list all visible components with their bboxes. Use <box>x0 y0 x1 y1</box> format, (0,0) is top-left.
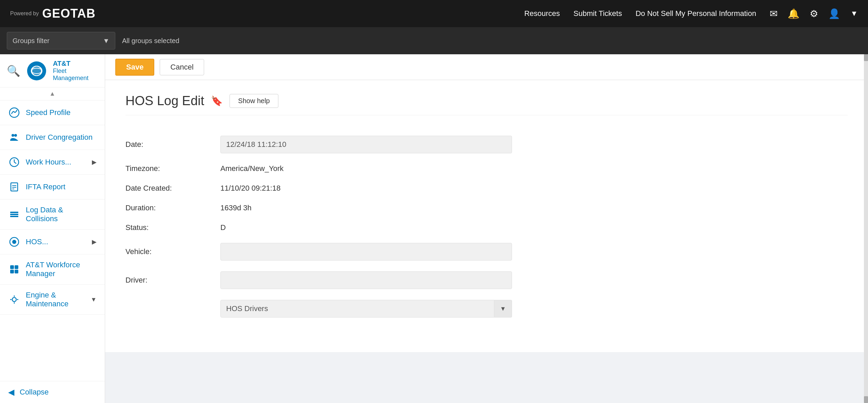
hos-drivers-dropdown-arrow[interactable]: ▼ <box>494 300 512 318</box>
engine-maintenance-arrow: ▼ <box>91 296 97 303</box>
date-created-label: Date Created: <box>125 184 220 193</box>
engine-maintenance-icon <box>8 293 20 306</box>
content-area: Save Cancel HOS Log Edit 🔖 Show help Dat… <box>105 54 868 403</box>
sidebar-item-work-hours[interactable]: Work Hours... ▶ <box>0 150 105 175</box>
right-scrollbar[interactable] <box>864 54 868 403</box>
form-title-row: HOS Log Edit 🔖 Show help <box>125 94 848 115</box>
logo-area: Powered by GEOTAB <box>10 6 96 21</box>
bookmark-icon[interactable]: 🔖 <box>211 95 223 107</box>
user-dropdown-arrow[interactable]: ▼ <box>850 9 858 18</box>
work-hours-arrow: ▶ <box>92 158 97 166</box>
form-row-driver: Driver: <box>125 271 848 289</box>
sidebar-item-speed-profile[interactable]: Speed Profile <box>0 100 105 125</box>
sidebar-item-hos[interactable]: HOS... ▶ <box>0 230 105 254</box>
svg-rect-14 <box>10 212 18 213</box>
svg-rect-21 <box>10 270 14 273</box>
date-created-value: 11/10/20 09:21:18 <box>220 184 280 193</box>
sidebar-item-ifta-report[interactable]: IFTA Report <box>0 175 105 199</box>
user-icon[interactable]: 👤 <box>828 8 840 19</box>
toolbar: Save Cancel <box>105 54 868 80</box>
date-input[interactable] <box>220 136 512 153</box>
form-row-status: Status: D <box>125 223 848 232</box>
vehicle-label: Vehicle: <box>125 247 220 256</box>
att-logo-svg <box>31 65 43 77</box>
top-nav-right: Resources Submit Tickets Do Not Sell My … <box>524 8 858 19</box>
geotab-logo: GEOTAB <box>42 6 96 21</box>
collapse-icon: ◀ <box>8 387 14 397</box>
speed-profile-icon <box>8 107 20 119</box>
form-row-date-created: Date Created: 11/10/20 09:21:18 <box>125 184 848 193</box>
work-hours-icon <box>8 156 20 168</box>
form-area: HOS Log Edit 🔖 Show help Date: Timezone:… <box>105 80 868 352</box>
form-row-duration: Duration: 1639d 3h <box>125 204 848 212</box>
resources-link[interactable]: Resources <box>524 9 560 18</box>
sidebar-item-log-data-collisions[interactable]: Log Data & Collisions <box>0 199 105 230</box>
sidebar-search-icon[interactable]: 🔍 <box>7 64 20 77</box>
att-logo-circle <box>27 61 46 80</box>
scroll-thumb-top <box>864 54 868 61</box>
submit-tickets-link[interactable]: Submit Tickets <box>573 9 622 18</box>
sidebar-item-label-att-workforce: AT&T Workforce Manager <box>26 261 97 278</box>
driver-input[interactable] <box>220 271 512 289</box>
svg-point-5 <box>12 134 14 137</box>
sidebar-item-label-driver-congregation: Driver Congregation <box>26 133 97 142</box>
svg-point-6 <box>14 134 17 137</box>
driver-congregation-icon <box>8 131 20 143</box>
main-layout: 🔍 AT&T Fleet Management ▲ <box>0 54 868 403</box>
cancel-button[interactable]: Cancel <box>160 59 204 75</box>
sidebar-brand-line2: Fleet Management <box>53 68 98 82</box>
show-help-button[interactable]: Show help <box>230 94 278 108</box>
svg-point-4 <box>9 108 19 117</box>
duration-value: 1639d 3h <box>220 204 252 212</box>
sidebar-item-label-ifta-report: IFTA Report <box>26 183 97 191</box>
status-value: D <box>220 223 226 232</box>
sidebar-item-att-workforce[interactable]: AT&T Workforce Manager <box>0 254 105 285</box>
sidebar: 🔍 AT&T Fleet Management ▲ <box>0 54 105 403</box>
svg-point-23 <box>12 298 16 302</box>
collapse-label: Collapse <box>20 388 49 397</box>
groups-filter-label: Groups filter <box>13 37 50 45</box>
groups-filter-dropdown[interactable]: Groups filter ▼ <box>7 32 115 50</box>
form-row-date: Date: <box>125 136 848 153</box>
svg-rect-20 <box>15 265 18 269</box>
status-label: Status: <box>125 223 220 232</box>
groups-filter-bar: Groups filter ▼ All groups selected <box>0 27 868 54</box>
mail-icon[interactable]: ✉ <box>770 8 777 19</box>
sidebar-brand-line1: AT&T <box>53 60 98 68</box>
svg-line-9 <box>14 162 16 164</box>
sidebar-item-label-engine-maintenance: Engine & Maintenance <box>26 291 85 308</box>
do-not-sell-link[interactable]: Do Not Sell My Personal Information <box>635 9 756 18</box>
ifta-report-icon <box>8 181 20 193</box>
hos-icon <box>8 236 20 248</box>
save-button[interactable]: Save <box>115 59 154 76</box>
sidebar-item-label-hos: HOS... <box>26 237 86 246</box>
vehicle-input[interactable] <box>220 243 512 261</box>
gear-icon[interactable]: ⚙ <box>810 8 818 19</box>
hos-arrow: ▶ <box>92 238 97 246</box>
svg-rect-15 <box>10 214 18 215</box>
form-body: Date: Timezone: America/New_York Date Cr… <box>125 126 848 339</box>
powered-by-text: Powered by <box>10 11 39 17</box>
sidebar-item-label-speed-profile: Speed Profile <box>26 108 97 117</box>
log-data-icon <box>8 208 20 220</box>
groups-selected-text: All groups selected <box>122 37 179 45</box>
form-title: HOS Log Edit <box>125 94 204 108</box>
duration-label: Duration: <box>125 204 220 212</box>
sidebar-item-engine-maintenance[interactable]: Engine & Maintenance ▼ <box>0 285 105 315</box>
hos-drivers-input[interactable]: HOS Drivers <box>220 300 494 318</box>
sidebar-top: 🔍 AT&T Fleet Management <box>0 54 105 88</box>
svg-point-18 <box>12 240 16 244</box>
sidebar-item-label-work-hours: Work Hours... <box>26 158 86 167</box>
hos-drivers-dropdown-container: HOS Drivers ▼ <box>220 300 512 318</box>
driver-label: Driver: <box>125 276 220 285</box>
sidebar-collapse-button[interactable]: ◀ Collapse <box>0 381 105 403</box>
svg-rect-16 <box>10 216 18 217</box>
sidebar-scroll-up[interactable]: ▲ <box>0 88 105 100</box>
timezone-value: America/New_York <box>220 164 283 173</box>
nav-icons: ✉ 🔔 ⚙ 👤 ▼ <box>770 8 858 19</box>
svg-rect-22 <box>15 270 18 273</box>
timezone-label: Timezone: <box>125 164 220 173</box>
scroll-thumb-bottom <box>864 396 868 403</box>
bell-icon[interactable]: 🔔 <box>788 8 800 19</box>
sidebar-item-driver-congregation[interactable]: Driver Congregation <box>0 125 105 150</box>
